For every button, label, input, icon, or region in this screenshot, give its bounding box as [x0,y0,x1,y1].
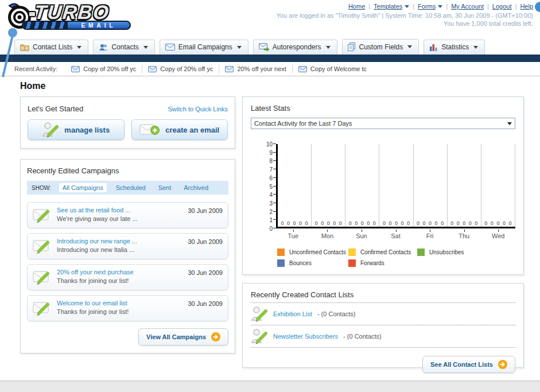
x-axis-tick-mark [396,230,397,232]
create-an-email-button[interactable]: create an email [131,119,228,140]
campaign-texts: Introducing our new range ...Introducing… [57,238,183,253]
header-right: Home|Templates|Forms|My Account|Logout|H… [277,3,533,27]
campaign-date: 30 Jun 2009 [188,207,223,214]
campaign-title-link[interactable]: 20% off your next purchase [57,269,183,275]
legend-label: Bounces [289,260,312,266]
nav-separator: | [413,3,414,10]
data-value-label: 0 [321,220,324,226]
chart-day-group: 00000 [278,144,312,227]
data-value-label: 0 [373,220,376,226]
filter-scheduled[interactable]: Scheduled [112,183,149,192]
recent-activity-item[interactable]: Copy of 20% off yc [142,65,219,73]
nav-link-my-account[interactable]: My Account [451,3,484,10]
data-value-label: 0 [469,220,472,226]
filter-archived[interactable]: Archived [180,183,212,192]
legend-item: Forwards [348,259,417,267]
data-value-label: 0 [395,220,398,226]
data-value-labels: 00000 [414,220,447,226]
chevron-down-icon [237,46,242,49]
logo-subtitle: EMAIL [68,22,130,29]
data-value-label: 0 [333,220,336,226]
tab-contacts[interactable]: Contacts [93,40,154,55]
recent-activity-item[interactable]: Copy of 20% off yc [65,65,142,73]
contact-list-items: Exhibition List - (0 Contacts)Newsletter… [251,303,515,348]
nav-link-logout[interactable]: Logout [492,3,512,10]
contact-list-name-link[interactable]: Newsletter Subscribers [273,333,338,340]
chart-day-group: 00000 [379,144,413,227]
campaign-date: 30 Jun 2009 [188,269,223,276]
contact-list-name-link[interactable]: Exhibition List [273,311,312,317]
data-value-labels: 00000 [278,220,311,226]
campaign-date: 30 Jun 2009 [188,300,223,307]
x-axis-label: Mon [310,230,345,239]
chart-day-group: 00000 [448,144,481,227]
login-info: You are logged in as "Timothy Smith" | S… [277,12,533,19]
campaign-row[interactable]: See us at the retail food ...We're givin… [27,202,228,228]
x-axis-tick-mark [293,230,294,232]
data-value-label: 0 [441,220,444,226]
filter-sent[interactable]: Sent [155,183,175,192]
tab-label: Autoresponders [273,43,321,51]
see-all-contact-lists-label: See All Contact Lists [430,361,493,368]
chevron-down-icon [77,46,81,49]
legend-label: Unsubscribes [429,249,464,255]
see-all-contact-lists-button[interactable]: See All Contact Lists [422,356,515,373]
nav-link-help[interactable]: Help [520,3,533,10]
legend-item: Confirmed Contacts [348,249,417,256]
data-value-labels: 00000 [379,220,413,226]
nav-link-home[interactable]: Home [348,3,365,10]
nav-link-forms[interactable]: Forms [418,3,442,10]
contact-list-row[interactable]: Exhibition List - (0 Contacts) [251,303,515,325]
filter-all-campaigns[interactable]: All Campaigns [59,183,107,192]
tab-statistics[interactable]: Statistics [424,40,485,55]
campaign-row[interactable]: Introducing our new range ...Introducing… [27,233,228,259]
campaign-row[interactable]: 20% off your next purchaseThanks for joi… [27,264,228,290]
manage-lists-button[interactable]: manage lists [28,119,125,140]
x-axis-label: Tue [276,230,310,239]
data-value-labels: 00000 [345,220,379,226]
tab-label: Contacts [111,43,138,51]
x-axis-label-text: Thu [459,232,469,239]
nav-link-label: Templates [374,3,402,10]
campaign-title-link[interactable]: Welcome to our email list [57,300,183,306]
nav-separator: | [515,3,517,10]
data-value-label: 0 [508,220,511,226]
recent-activity-item[interactable]: Copy of Welcome tc [292,65,372,73]
recent-activity-bar: Recent Activity: Copy of 20% off ycCopy … [0,62,540,76]
y-axis-tick-label: 10 [266,141,273,148]
tab-email-campaigns[interactable]: Email Campaigns [160,40,248,55]
tab-autoresponders[interactable]: Autoresponders [253,40,337,55]
show-label: SHOW: [32,185,51,191]
tab-label: Statistics [441,43,469,51]
x-axis-label: Fri [413,230,447,239]
nav-separator: | [487,3,489,10]
campaign-title-link[interactable]: Introducing our new range ... [57,238,183,244]
campaign-title-link[interactable]: See us at the retail food ... [57,207,183,214]
x-axis-tick-mark [464,230,465,232]
contact-list-row[interactable]: Newsletter Subscribers - (0 Contacts) [251,325,515,347]
contact-lists-title: Recently Created Contact Lists [251,290,515,299]
legend-swatch [348,259,356,267]
chart-day-group: 00000 [481,144,515,227]
tab-contact-lists[interactable]: Contact Lists [14,40,88,55]
tab-custom-fields[interactable]: Custom Fields [342,39,419,55]
recent-activity-items: Copy of 20% off ycCopy of 20% off yc20% … [65,65,372,73]
envelope-icon [298,66,307,72]
recent-activity-item[interactable]: 20% off your next [219,65,292,73]
callout-dot [535,2,540,12]
stats-period-value: Contact Activity for the Last 7 Days [254,120,352,127]
data-value-label: 0 [429,220,432,226]
view-all-campaigns-button[interactable]: View All Campaigns [138,328,228,346]
y-axis-tick-label: 4 [269,192,273,198]
stats-period-dropdown[interactable]: Contact Activity for the Last 7 Days [251,118,515,129]
y-axis-tick-label: 6 [269,174,273,181]
recent-activity-item-label: Copy of 20% off yc [160,65,213,72]
chart-day-group: 00000 [414,144,448,227]
campaign-texts: Welcome to our email listThanks for join… [57,300,183,315]
nav-link-templates[interactable]: Templates [374,3,409,10]
recent-activity-item-label: 20% off your next [237,65,286,72]
campaign-row[interactable]: Welcome to our email listThanks for join… [27,295,228,321]
x-axis-label-text: Fri [426,232,434,239]
switch-to-quick-links-link[interactable]: Switch to Quick Links [168,106,228,112]
chart-day-group: 00000 [312,144,345,227]
